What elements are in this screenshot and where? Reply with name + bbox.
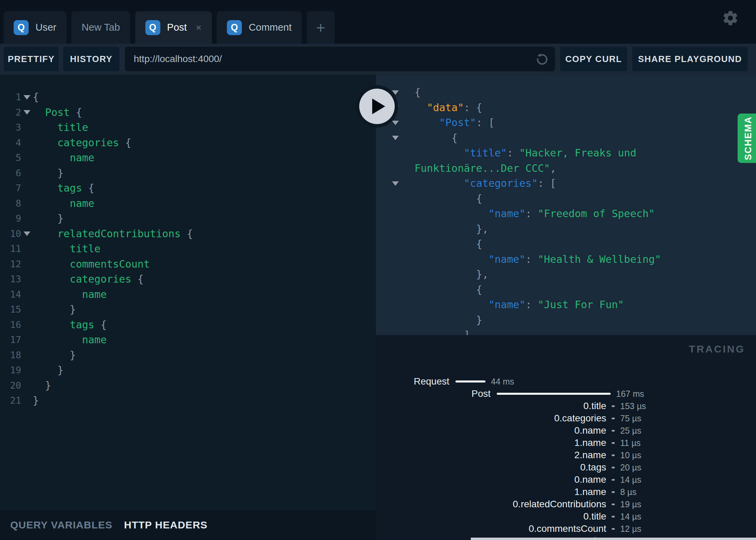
editor-line[interactable]: 20 } (0, 378, 376, 393)
fold-arrow-icon[interactable] (21, 95, 33, 100)
prettify-button[interactable]: PRETTIFY (4, 47, 59, 71)
editor-line[interactable]: 8 name (0, 196, 376, 211)
editor-line[interactable]: 12 commentsCount (0, 257, 376, 272)
span-marker (612, 467, 615, 468)
code-token: : (525, 208, 538, 220)
span-label: 0.title (376, 401, 606, 411)
line-number: 11 (0, 241, 21, 257)
code-token: }, (415, 268, 489, 280)
code-token: : (507, 147, 519, 159)
code-token (33, 121, 57, 133)
tracing-span: 0.commentsCount12 µs (376, 523, 756, 535)
editor-line[interactable]: 2 Post { (0, 105, 376, 120)
editor-line[interactable]: 5 name (0, 150, 376, 166)
editor-line[interactable]: 1{ (0, 90, 376, 105)
span-label: 0.categories (376, 413, 606, 424)
span-label: Request (376, 376, 449, 387)
span-time: 8 µs (620, 487, 637, 497)
code-text: } (33, 302, 76, 317)
span-time: 25 µs (620, 426, 641, 436)
tab-user[interactable]: QUser (3, 11, 67, 44)
close-tab-icon[interactable]: × (196, 22, 202, 33)
span-marker (612, 442, 615, 444)
span-label: Post (376, 388, 491, 399)
code-text: categories { (33, 135, 131, 151)
share-playground-button[interactable]: SHARE PLAYGROUND (632, 47, 748, 71)
tracing-span: 0.name25 µs (376, 424, 756, 437)
code-token (415, 208, 489, 220)
new-tab-button[interactable]: + (307, 11, 335, 44)
triangle-down-icon (392, 181, 399, 186)
execute-query-button[interactable] (356, 85, 398, 127)
editor-line[interactable]: 13 categories { (0, 272, 376, 287)
copy-curl-button[interactable]: COPY CURL (560, 47, 627, 71)
editor-line[interactable]: 11 title (0, 241, 376, 257)
response-line: { (376, 131, 756, 146)
code-token: "name" (489, 299, 525, 311)
editor-line[interactable]: 6 } (0, 166, 376, 181)
span-marker (612, 516, 615, 518)
code-text: } (33, 348, 76, 363)
editor-line[interactable]: 18 } (0, 348, 376, 363)
editor-line[interactable]: 21} (0, 393, 376, 408)
tracing-span: 0.categories75 µs (376, 412, 756, 424)
tab-label: New Tab (82, 22, 120, 33)
collapse-arrow-icon[interactable] (376, 181, 415, 186)
span-marker (612, 405, 615, 407)
fold-arrow-icon[interactable] (21, 110, 33, 115)
code-text: "title": "Hacker, Freaks und (415, 146, 636, 161)
tracing-span: 0.title153 µs (376, 400, 756, 412)
code-token: name (70, 152, 94, 164)
code-token: { (415, 284, 482, 296)
editor-line[interactable]: 19 } (0, 363, 376, 378)
code-token (33, 152, 70, 164)
editor-footer: QUERY VARIABLES HTTP HEADERS (0, 510, 376, 540)
editor-line[interactable]: 7 tags { (0, 181, 376, 196)
code-token: } (33, 212, 63, 224)
code-token: "Freedom of Speech" (538, 208, 655, 220)
code-token: "Post" (439, 117, 476, 129)
editor-line[interactable]: 14 name (0, 287, 376, 302)
code-text: } (33, 166, 63, 181)
code-token: : (525, 253, 538, 265)
reload-schema-icon[interactable] (535, 52, 549, 66)
code-token: categories (70, 273, 131, 285)
response-line: { (376, 191, 756, 207)
code-token (33, 106, 45, 118)
endpoint-url-input[interactable] (125, 47, 555, 71)
tab-post[interactable]: QPost× (135, 11, 212, 44)
code-text: { (415, 282, 482, 298)
schema-side-tab[interactable]: SCHEMA (738, 114, 756, 163)
editor-line[interactable]: 10 relatedContributions { (0, 226, 376, 242)
query-editor[interactable]: 1{2 Post {3 title4 categories {5 name6 }… (0, 75, 376, 510)
history-button[interactable]: HISTORY (63, 47, 119, 71)
code-token: } (33, 303, 76, 315)
settings-gear-icon[interactable] (722, 10, 739, 27)
span-label: 1.name (376, 437, 606, 448)
collapse-arrow-icon[interactable] (376, 136, 415, 140)
code-token: { (119, 137, 131, 149)
editor-line[interactable]: 4 categories { (0, 135, 376, 151)
editor-line[interactable]: 3 title (0, 120, 376, 135)
code-token: } (33, 394, 39, 406)
tracing-span: 1.name11 µs (376, 437, 756, 449)
line-number: 6 (0, 166, 21, 181)
line-number: 12 (0, 257, 21, 272)
line-number: 3 (0, 120, 21, 135)
code-text: "name": "Health & Wellbeing" (415, 252, 661, 267)
tab-comment[interactable]: QComment (217, 11, 302, 44)
fold-arrow-icon[interactable] (21, 231, 33, 236)
editor-line[interactable]: 15 } (0, 302, 376, 317)
code-token (415, 117, 439, 129)
tab-new-tab[interactable]: New Tab (71, 11, 130, 44)
code-token: }, (415, 223, 489, 235)
query-variables-tab[interactable]: QUERY VARIABLES (10, 519, 113, 531)
editor-line[interactable]: 16 tags { (0, 317, 376, 333)
response-line: "name": "Freedom of Speech" (376, 206, 756, 222)
editor-line[interactable]: 17 name (0, 332, 376, 348)
editor-line[interactable]: 9 } (0, 211, 376, 226)
http-headers-tab[interactable]: HTTP HEADERS (124, 519, 208, 531)
query-badge: Q (227, 20, 242, 35)
tracing-horizontal-scrollbar[interactable] (471, 538, 756, 540)
code-token (33, 258, 70, 270)
